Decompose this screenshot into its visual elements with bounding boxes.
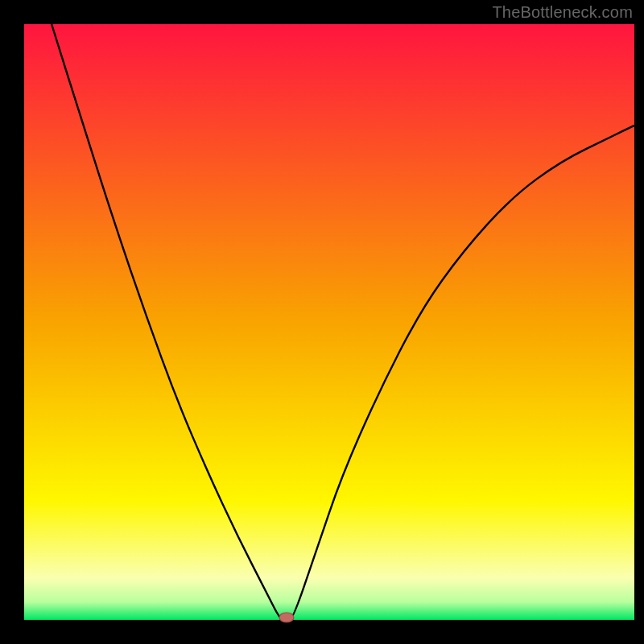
minimum-marker: [279, 613, 294, 622]
watermark-text: TheBottleneck.com: [492, 3, 633, 22]
bottleneck-chart: [0, 0, 644, 644]
plot-area: [24, 24, 634, 620]
chart-container: TheBottleneck.com: [0, 0, 644, 644]
